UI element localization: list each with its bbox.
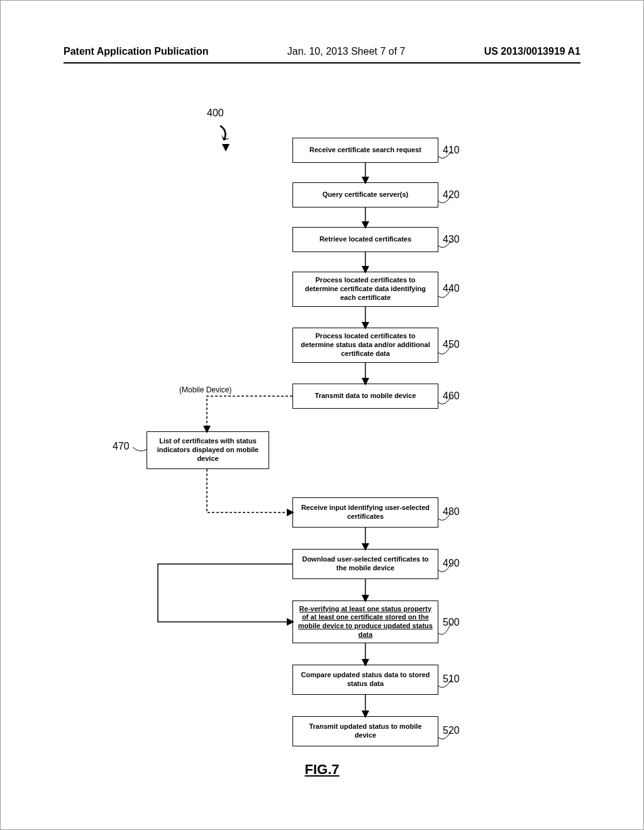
ref-450: 450 <box>443 339 460 350</box>
step-500: Re-verifying at least one status propert… <box>292 600 438 643</box>
step-label: List of certificates with status indicat… <box>152 437 264 463</box>
ref-460: 460 <box>443 390 460 402</box>
mobile-device-label: (Mobile Device) <box>179 385 231 394</box>
step-490: Download user-selected certificates to t… <box>292 549 438 579</box>
arrowhead-icon <box>222 144 230 152</box>
step-520: Transmit updated status to mobile device <box>292 716 438 746</box>
curly-brace-icon: ⤸ <box>211 118 236 147</box>
step-450: Process located certificates to determin… <box>292 328 438 363</box>
ref-400: 400 <box>207 108 224 119</box>
ref-490: 490 <box>443 558 460 569</box>
step-label: Transmit updated status to mobile device <box>298 722 433 740</box>
step-460: Transmit data to mobile device <box>292 384 438 409</box>
page: Patent Application Publication Jan. 10, … <box>0 0 644 830</box>
step-480: Receive input identifying user-selected … <box>292 497 438 528</box>
connectors <box>1 1 644 830</box>
step-label: Receive certificate search request <box>309 146 421 155</box>
ref-430: 430 <box>443 234 460 245</box>
step-label: Transmit data to mobile device <box>315 392 416 401</box>
step-label: Query certificate server(s) <box>323 191 408 199</box>
ref-470: 470 <box>113 441 130 452</box>
flowchart: 400 ⤸ Receive certificate search request… <box>1 1 643 829</box>
step-label: Re-verifying at least one status propert… <box>298 605 433 639</box>
ref-510: 510 <box>443 673 460 685</box>
step-label: Compare updated status data to stored st… <box>298 671 433 689</box>
figure-label: FIG.7 <box>1 761 643 778</box>
step-label: Retrieve located certificates <box>319 235 411 244</box>
step-420: Query certificate server(s) <box>292 182 438 208</box>
ref-440: 440 <box>443 283 460 294</box>
ref-480: 480 <box>443 506 460 517</box>
step-470: List of certificates with status indicat… <box>147 431 269 469</box>
ref-420: 420 <box>443 189 460 201</box>
step-410: Receive certificate search request <box>292 138 438 163</box>
ref-500: 500 <box>443 617 460 628</box>
ref-520: 520 <box>443 725 460 736</box>
step-label: Download user-selected certificates to t… <box>298 555 433 573</box>
step-440: Process located certificates to determin… <box>292 272 438 307</box>
step-label: Receive input identifying user-selected … <box>298 504 433 521</box>
step-430: Retrieve located certificates <box>292 227 438 252</box>
ref-410: 410 <box>443 145 460 156</box>
step-label: Process located certificates to determin… <box>298 276 433 302</box>
step-510: Compare updated status data to stored st… <box>292 665 438 695</box>
step-label: Process located certificates to determin… <box>298 332 433 358</box>
